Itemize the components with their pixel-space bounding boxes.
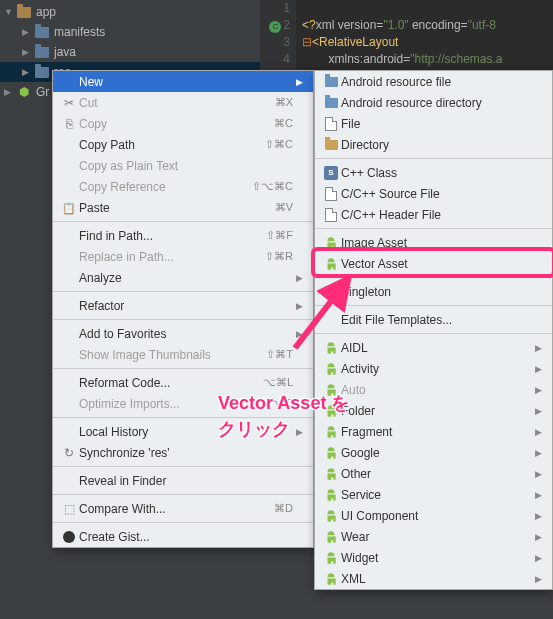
menu-item-copy-path[interactable]: Copy Path⇧⌘C [53, 134, 313, 155]
menu-separator [315, 333, 552, 334]
submenu-item-android-resource-directory[interactable]: Android resource directory [315, 92, 552, 113]
menu-item-label: Android resource file [341, 75, 532, 89]
tree-item-java[interactable]: ▶ java [0, 42, 260, 62]
submenu-item-vector-asset[interactable]: Vector Asset [315, 253, 552, 274]
menu-shortcut: ⌃⌥O [262, 397, 293, 410]
submenu-item-singleton[interactable]: SSingleton [315, 281, 552, 302]
menu-item-label: Google [341, 446, 532, 460]
submenu-item-widget[interactable]: Widget▶ [315, 547, 552, 568]
submenu-arrow-icon: ▶ [532, 553, 542, 563]
submenu-item-wear[interactable]: Wear▶ [315, 526, 552, 547]
submenu-item-activity[interactable]: Activity▶ [315, 358, 552, 379]
menu-item-label: Create Gist... [79, 530, 293, 544]
menu-item-local-history[interactable]: Local History▶ [53, 421, 313, 442]
submenu-item-xml[interactable]: XML▶ [315, 568, 552, 589]
folder-icon [34, 44, 50, 60]
android-icon [321, 425, 341, 439]
tree-label: Gr [36, 85, 49, 99]
tree-root[interactable]: ▼ app [0, 2, 260, 22]
tree-label: java [54, 45, 76, 59]
submenu-item-ui-component[interactable]: UI Component▶ [315, 505, 552, 526]
menu-shortcut: ⇧⌥⌘C [252, 180, 293, 193]
submenu-arrow-icon: ▶ [532, 448, 542, 458]
submenu-item-edit-file-templates[interactable]: Edit File Templates... [315, 309, 552, 330]
menu-item-reformat-code[interactable]: Reformat Code...⌥⌘L [53, 372, 313, 393]
menu-item-label: C/C++ Source File [341, 187, 532, 201]
submenu-item-c-c-source-file[interactable]: C/C++ Source File [315, 183, 552, 204]
menu-separator [53, 466, 313, 467]
submenu-arrow-icon: ▶ [532, 385, 542, 395]
submenu-item-fragment[interactable]: Fragment▶ [315, 421, 552, 442]
menu-item-find-in-path[interactable]: Find in Path...⇧⌘F [53, 225, 313, 246]
android-icon [321, 404, 341, 418]
tree-arrow-icon: ▼ [4, 7, 16, 17]
file-icon [321, 117, 341, 131]
menu-item-label: Show Image Thumbnails [79, 348, 266, 362]
android-icon [321, 341, 341, 355]
menu-shortcut: ⇧⌘R [265, 250, 293, 263]
submenu-item-folder[interactable]: Folder▶ [315, 400, 552, 421]
menu-item-analyze[interactable]: Analyze▶ [53, 267, 313, 288]
submenu-item-directory[interactable]: Directory [315, 134, 552, 155]
android-icon [321, 551, 341, 565]
menu-item-label: Vector Asset [341, 257, 532, 271]
menu-item-add-to-favorites[interactable]: Add to Favorites▶ [53, 323, 313, 344]
menu-item-label: Edit File Templates... [341, 313, 532, 327]
android-icon [321, 236, 341, 250]
menu-item-show-image-thumbnails: Show Image Thumbnails⇧⌘T [53, 344, 313, 365]
submenu-item-auto[interactable]: Auto▶ [315, 379, 552, 400]
compare-icon [59, 502, 79, 516]
file-icon [321, 187, 341, 201]
menu-item-label: Reformat Code... [79, 376, 263, 390]
submenu-item-android-resource-file[interactable]: Android resource file [315, 71, 552, 92]
menu-item-copy: Copy⌘C [53, 113, 313, 134]
menu-item-label: Replace in Path... [79, 250, 265, 264]
tree-arrow-icon: ▶ [22, 47, 34, 57]
submenu-arrow-icon: ▶ [532, 469, 542, 479]
menu-item-reveal-in-finder[interactable]: Reveal in Finder [53, 470, 313, 491]
submenu-item-google[interactable]: Google▶ [315, 442, 552, 463]
menu-shortcut: ⇧⌘C [265, 138, 293, 151]
submenu-item-aidl[interactable]: AIDL▶ [315, 337, 552, 358]
menu-item-copy-reference: Copy Reference⇧⌥⌘C [53, 176, 313, 197]
menu-shortcut: ⇧⌘T [266, 348, 293, 361]
github-icon [59, 531, 79, 543]
submenu-arrow-icon: ▶ [532, 343, 542, 353]
android-icon [321, 530, 341, 544]
submenu-item-file[interactable]: File [315, 113, 552, 134]
singleton-icon: S [321, 286, 341, 298]
tree-item-manifests[interactable]: ▶ manifests [0, 22, 260, 42]
menu-item-label: AIDL [341, 341, 532, 355]
sync-icon [59, 446, 79, 460]
menu-item-label: Directory [341, 138, 532, 152]
submenu-item-c-c-header-file[interactable]: C/C++ Header File [315, 204, 552, 225]
menu-item-label: C/C++ Header File [341, 208, 532, 222]
menu-item-label: Wear [341, 530, 532, 544]
tree-label: app [36, 5, 56, 19]
menu-item-label: Find in Path... [79, 229, 266, 243]
menu-item-label: Android resource directory [341, 96, 532, 110]
menu-separator [315, 277, 552, 278]
file-icon [321, 208, 341, 222]
menu-item-label: Paste [79, 201, 275, 215]
tree-arrow-icon: ▶ [22, 27, 34, 37]
menu-item-compare-with[interactable]: Compare With...⌘D [53, 498, 313, 519]
submenu-item-image-asset[interactable]: Image Asset [315, 232, 552, 253]
submenu-arrow-icon: ▶ [532, 511, 542, 521]
run-gutter-icon[interactable]: C [269, 21, 281, 33]
menu-item-label: C++ Class [341, 166, 532, 180]
submenu-item-service[interactable]: Service▶ [315, 484, 552, 505]
submenu-item-other[interactable]: Other▶ [315, 463, 552, 484]
menu-item-label: Other [341, 467, 532, 481]
menu-separator [53, 291, 313, 292]
menu-item-new[interactable]: New▶ [53, 71, 313, 92]
menu-item-paste[interactable]: Paste⌘V [53, 197, 313, 218]
menu-item-synchronize-res[interactable]: Synchronize 'res' [53, 442, 313, 463]
menu-item-create-gist[interactable]: Create Gist... [53, 526, 313, 547]
menu-item-label: Local History [79, 425, 293, 439]
context-menu: New▶Cut⌘XCopy⌘CCopy Path⇧⌘CCopy as Plain… [52, 70, 314, 548]
menu-item-refactor[interactable]: Refactor▶ [53, 295, 313, 316]
folder-icon [34, 24, 50, 40]
submenu-item-c-class[interactable]: SC++ Class [315, 162, 552, 183]
menu-item-label: Synchronize 'res' [79, 446, 293, 460]
